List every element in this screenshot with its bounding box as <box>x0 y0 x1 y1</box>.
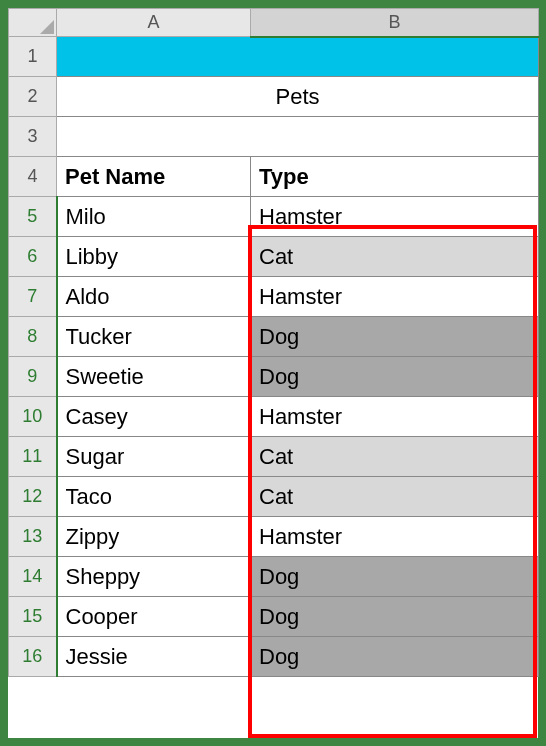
cell-pet-name[interactable]: Tucker <box>57 317 251 357</box>
cell-pet-type[interactable]: Dog <box>251 597 539 637</box>
data-rows-body: 5MiloHamster6LibbyCat7AldoHamster8Tucker… <box>9 197 539 677</box>
table-row: 7AldoHamster <box>9 277 539 317</box>
column-header-A[interactable]: A <box>57 9 251 37</box>
cell-pet-type[interactable]: Hamster <box>251 277 539 317</box>
table-row: 11SugarCat <box>9 437 539 477</box>
cell-pet-name[interactable]: Zippy <box>57 517 251 557</box>
spreadsheet-container: A B 1 2 Pets 3 4 Pet Name Type 5MiloHams… <box>8 8 538 738</box>
table-row: 9SweetieDog <box>9 357 539 397</box>
row-header-3[interactable]: 3 <box>9 117 57 157</box>
cell-pet-type[interactable]: Hamster <box>251 197 539 237</box>
row-1: 1 <box>9 37 539 77</box>
table-row: 5MiloHamster <box>9 197 539 237</box>
row-3: 3 <box>9 117 539 157</box>
row-header[interactable]: 5 <box>9 197 57 237</box>
row-header[interactable]: 14 <box>9 557 57 597</box>
column-header-B[interactable]: B <box>251 9 539 37</box>
cell-pet-name[interactable]: Taco <box>57 477 251 517</box>
table-row: 16JessieDog <box>9 637 539 677</box>
row-header[interactable]: 15 <box>9 597 57 637</box>
row-header[interactable]: 11 <box>9 437 57 477</box>
cell-pet-type[interactable]: Hamster <box>251 397 539 437</box>
cell-pet-type[interactable]: Dog <box>251 357 539 397</box>
table-row: 10CaseyHamster <box>9 397 539 437</box>
column-header-row: A B <box>9 9 539 37</box>
select-all-triangle-icon <box>40 20 54 34</box>
cyan-divider-bar <box>57 37 539 77</box>
header-pet-name[interactable]: Pet Name <box>57 157 251 197</box>
row-2: 2 Pets <box>9 77 539 117</box>
row-4-headers: 4 Pet Name Type <box>9 157 539 197</box>
row-header[interactable]: 7 <box>9 277 57 317</box>
blank-cell[interactable] <box>57 117 539 157</box>
cell-pet-name[interactable]: Milo <box>57 197 251 237</box>
row-header[interactable]: 6 <box>9 237 57 277</box>
cell-pet-name[interactable]: Aldo <box>57 277 251 317</box>
row-header[interactable]: 8 <box>9 317 57 357</box>
cell-pet-type[interactable]: Hamster <box>251 517 539 557</box>
row-header-4[interactable]: 4 <box>9 157 57 197</box>
spreadsheet-grid: A B 1 2 Pets 3 4 Pet Name Type 5MiloHams… <box>8 8 539 677</box>
row-header-1[interactable]: 1 <box>9 37 57 77</box>
row-header-2[interactable]: 2 <box>9 77 57 117</box>
cell-pet-name[interactable]: Libby <box>57 237 251 277</box>
cell-pet-type[interactable]: Cat <box>251 237 539 277</box>
select-all-corner[interactable] <box>9 9 57 37</box>
row-header[interactable]: 10 <box>9 397 57 437</box>
cell-pet-type[interactable]: Dog <box>251 557 539 597</box>
cell-pet-name[interactable]: Cooper <box>57 597 251 637</box>
cell-pet-name[interactable]: Sugar <box>57 437 251 477</box>
cell-pet-type[interactable]: Cat <box>251 477 539 517</box>
table-row: 8TuckerDog <box>9 317 539 357</box>
table-row: 15CooperDog <box>9 597 539 637</box>
cell-pet-name[interactable]: Sheppy <box>57 557 251 597</box>
row-header[interactable]: 9 <box>9 357 57 397</box>
cell-pet-name[interactable]: Casey <box>57 397 251 437</box>
cell-pet-name[interactable]: Sweetie <box>57 357 251 397</box>
cell-pet-name[interactable]: Jessie <box>57 637 251 677</box>
table-row: 6LibbyCat <box>9 237 539 277</box>
table-row: 14SheppyDog <box>9 557 539 597</box>
cell-pet-type[interactable]: Dog <box>251 637 539 677</box>
table-row: 12TacoCat <box>9 477 539 517</box>
row-header[interactable]: 13 <box>9 517 57 557</box>
title-cell[interactable]: Pets <box>57 77 539 117</box>
header-type[interactable]: Type <box>251 157 539 197</box>
row-header[interactable]: 12 <box>9 477 57 517</box>
table-row: 13ZippyHamster <box>9 517 539 557</box>
cell-pet-type[interactable]: Dog <box>251 317 539 357</box>
cell-pet-type[interactable]: Cat <box>251 437 539 477</box>
row-header[interactable]: 16 <box>9 637 57 677</box>
